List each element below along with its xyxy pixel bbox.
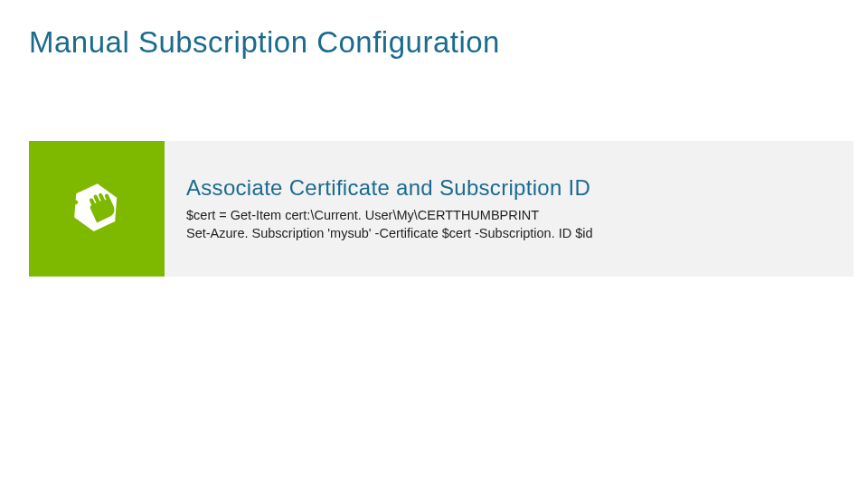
section-heading: Associate Certificate and Subscription I… [186,175,832,201]
text-panel: Associate Certificate and Subscription I… [165,141,854,277]
content-row: Associate Certificate and Subscription I… [29,141,854,277]
code-line-2: Set-Azure. Subscription 'mysub' -Certifi… [186,224,832,242]
page-title: Manual Subscription Configuration [29,25,500,60]
tag-hand-icon [64,174,129,243]
code-line-1: $cert = Get-Item cert:\Current. User\My\… [186,206,832,224]
icon-tile [29,141,165,277]
